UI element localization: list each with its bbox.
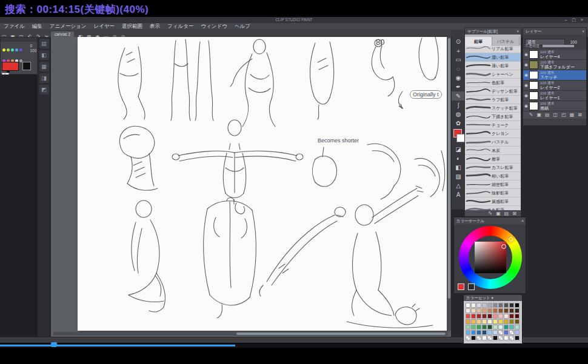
- brush-item[interactable]: 色鉛筆: [465, 79, 521, 87]
- color-set-header[interactable]: カラーセット ▾: [464, 295, 522, 301]
- color-swatch[interactable]: [509, 303, 514, 308]
- color-swatch[interactable]: [509, 325, 514, 329]
- vertical-scrollbar-thumb[interactable]: [448, 38, 450, 299]
- menu-item[interactable]: アニメーション: [46, 23, 90, 30]
- brush-item[interactable]: 薄い鉛筆: [465, 62, 521, 70]
- color-swatch[interactable]: [498, 330, 503, 335]
- move-tool[interactable]: ＋: [452, 46, 465, 55]
- brush-item[interactable]: 丸鉛筆: [465, 206, 521, 210]
- brush-item[interactable]: パステル: [465, 138, 521, 147]
- color-swatch[interactable]: [476, 330, 481, 335]
- color-dot[interactable]: [7, 48, 10, 51]
- color-swatch[interactable]: [504, 308, 509, 313]
- color-swatch[interactable]: [493, 303, 498, 308]
- color-swatch[interactable]: [504, 314, 509, 319]
- color-swatch[interactable]: [466, 314, 470, 319]
- color-swatch[interactable]: [471, 325, 476, 329]
- color-swatch[interactable]: [498, 314, 503, 319]
- color-swatch[interactable]: [482, 308, 487, 313]
- color-swatch[interactable]: [504, 319, 509, 324]
- color-swatch[interactable]: [482, 330, 487, 335]
- foot-edit-icon[interactable]: ✎: [486, 211, 494, 216]
- color-swatch[interactable]: [509, 336, 514, 340]
- color-swatch[interactable]: [515, 330, 520, 335]
- color-swatch[interactable]: [487, 330, 492, 335]
- figure-tool[interactable]: △: [452, 181, 465, 190]
- layer-row[interactable]: ◉100 通常レイヤー1: [523, 91, 586, 101]
- brush-item[interactable]: スケッチ鉛筆: [465, 104, 521, 113]
- brush-item[interactable]: 細密鉛筆: [465, 180, 521, 189]
- layer-row[interactable]: ◉100 通常下描きフォルダー: [523, 60, 586, 70]
- panel-nav-icon[interactable]: ▦: [39, 62, 49, 71]
- foot-folder-icon[interactable]: ▤: [543, 112, 552, 117]
- color-swatch[interactable]: [498, 325, 503, 329]
- panel-info-icon[interactable]: ◩: [39, 85, 49, 94]
- foot-add-icon[interactable]: ▣: [494, 211, 503, 216]
- hue-marker[interactable]: [509, 237, 513, 242]
- panel-history-icon[interactable]: ◨: [39, 73, 49, 83]
- zoom-tool[interactable]: ⊙: [452, 37, 465, 46]
- color-swatch[interactable]: [476, 319, 481, 324]
- menu-item[interactable]: ファイル: [0, 23, 28, 30]
- lasso-tool[interactable]: ◌: [452, 64, 465, 73]
- color-swatch[interactable]: [476, 336, 481, 340]
- text-tool[interactable]: A: [452, 190, 465, 199]
- color-swatch[interactable]: [515, 319, 520, 324]
- color-swatch[interactable]: [471, 336, 476, 340]
- color-swatch[interactable]: [498, 303, 503, 308]
- color-dot[interactable]: [11, 48, 14, 51]
- color-swatch[interactable]: [493, 314, 498, 319]
- color-swatch[interactable]: [466, 325, 470, 329]
- menu-item[interactable]: レイヤー: [90, 23, 119, 30]
- color-swatch[interactable]: [482, 319, 487, 324]
- color-swatch[interactable]: [504, 325, 509, 329]
- brush-item[interactable]: カスレ鉛筆: [465, 164, 521, 172]
- color-dot[interactable]: [19, 48, 22, 51]
- menu-item[interactable]: ウィンドウ: [197, 23, 231, 30]
- layer-visibility-icon[interactable]: ◉: [523, 60, 529, 70]
- color-swatch[interactable]: [466, 336, 470, 340]
- brush-item[interactable]: 擦筆: [465, 155, 521, 164]
- color-swatch[interactable]: [471, 303, 476, 308]
- brush-item[interactable]: 質感鉛筆: [465, 197, 521, 206]
- foot-copy-icon[interactable]: ◫: [552, 112, 560, 117]
- layer-row[interactable]: ◉100 通常レイヤー4: [523, 50, 586, 60]
- pen-tool[interactable]: ✒: [452, 82, 465, 91]
- panel-material-icon[interactable]: ◧: [39, 50, 49, 60]
- color-swatch[interactable]: [509, 308, 514, 313]
- layer-row[interactable]: ◉100 通常用紙: [523, 101, 586, 111]
- wheel-main-color-swatch[interactable]: [458, 283, 464, 290]
- color-swatch[interactable]: [509, 314, 514, 319]
- color-swatch[interactable]: [509, 330, 514, 335]
- minimize-button[interactable]: –: [562, 18, 569, 22]
- fill-tool[interactable]: ◧: [452, 163, 465, 172]
- brush-item[interactable]: 木炭: [465, 147, 521, 155]
- opacity-slider[interactable]: [543, 45, 574, 47]
- color-swatch[interactable]: [504, 303, 509, 308]
- pencil-tool[interactable]: ✎: [452, 91, 465, 101]
- layer-visibility-icon[interactable]: ◉: [523, 50, 529, 59]
- color-swatch[interactable]: [498, 308, 503, 313]
- maximize-button[interactable]: ▢: [569, 18, 578, 22]
- color-swatch[interactable]: [515, 336, 520, 340]
- foot-folder-icon[interactable]: ▤: [503, 211, 511, 216]
- menu-item[interactable]: ヘルプ: [231, 23, 254, 30]
- layer-visibility-icon[interactable]: ◉: [523, 101, 529, 111]
- color-swatch[interactable]: [487, 314, 492, 319]
- color-swatch[interactable]: [482, 336, 487, 340]
- color-swatch[interactable]: [466, 308, 470, 313]
- color-swatch[interactable]: [487, 319, 492, 324]
- eyedropper-tool[interactable]: ◉: [452, 73, 465, 82]
- color-swatch[interactable]: [515, 303, 520, 308]
- color-swatch[interactable]: [482, 303, 487, 308]
- color-panel-tabs[interactable]: [1, 38, 37, 42]
- color-swatch[interactable]: [493, 336, 498, 340]
- horizontal-scrollbar-thumb[interactable]: [236, 333, 446, 335]
- color-swatch[interactable]: [493, 330, 498, 335]
- color-swatch[interactable]: [515, 314, 520, 319]
- layer-visibility-icon[interactable]: ◉: [523, 70, 529, 80]
- decoration-tool[interactable]: ✿: [452, 119, 465, 128]
- brush-item[interactable]: デッサン鉛筆: [465, 87, 521, 96]
- layer-visibility-icon[interactable]: ◉: [523, 81, 529, 90]
- brush-item[interactable]: ラフ鉛筆: [465, 96, 521, 104]
